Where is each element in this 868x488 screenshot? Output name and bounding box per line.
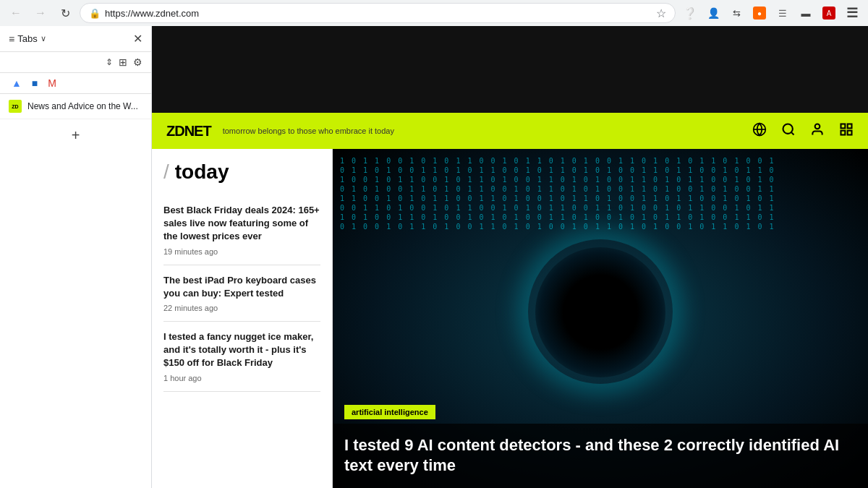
- ad-banner: [152, 26, 868, 113]
- svg-point-2: [783, 124, 793, 133]
- zdnet-nav-icons: [752, 122, 854, 140]
- grid-icon[interactable]: [839, 122, 854, 140]
- extension2-button[interactable]: ☰: [773, 3, 793, 23]
- article-1-title: Best Black Friday deals 2024: 165+ sales…: [163, 204, 320, 244]
- zdnet-featured-image: 1 0 1 1 0 0 1 0 1 0 1 1 0 0 1 0 1 1 0 1 …: [333, 149, 868, 488]
- article-3-time: 1 hour ago: [163, 374, 320, 382]
- zdnet-logo: ZDNET: [166, 123, 211, 140]
- zdnet-navbar: ZDNET tomorrow belongs to those who embr…: [152, 113, 868, 149]
- article-2-title: The best iPad Pro keyboard cases you can…: [163, 274, 320, 300]
- featured-headline-overlay: I tested 9 AI content detectors - and th…: [333, 424, 868, 488]
- extensions-panel-button[interactable]: ▬: [796, 3, 816, 23]
- svg-rect-5: [841, 124, 846, 128]
- bookmark-google-drive[interactable]: ▲: [9, 76, 25, 90]
- article-3-title: I tested a fancy nugget ice maker, and i…: [163, 330, 320, 370]
- bookmark-star-button[interactable]: ☆: [656, 7, 666, 20]
- today-slash: /: [163, 160, 169, 184]
- account-button[interactable]: 👤: [703, 3, 723, 23]
- tabs-panel-header: ≡ Tabs ∨ ✕: [0, 26, 151, 52]
- tabs-title-area: ≡ Tabs ∨: [9, 33, 46, 45]
- article-2[interactable]: The best iPad Pro keyboard cases you can…: [163, 265, 320, 322]
- featured-background: 1 0 1 1 0 0 1 0 1 0 1 1 0 0 1 0 1 1 0 1 …: [333, 149, 868, 488]
- featured-headline-text: I tested 9 AI content detectors - and th…: [344, 435, 856, 476]
- tabs-panel: ≡ Tabs ∨ ✕ ⇕ ⊞ ⚙ ▲ ■ M ZD News and Advic…: [0, 26, 152, 488]
- today-title: today: [175, 160, 229, 184]
- zdnet-content-area: / today Best Black Friday deals 2024: 16…: [152, 149, 868, 488]
- search-icon[interactable]: [781, 122, 796, 140]
- extension1-button[interactable]: ●: [749, 3, 770, 23]
- tab-item-zdnet[interactable]: ZD News and Advice on the W...: [0, 94, 151, 119]
- back-button[interactable]: ←: [6, 3, 26, 23]
- browser-actions: ❔ 👤 ⇆ ● ☰ ▬ A: [680, 3, 862, 23]
- tabs-sort-button[interactable]: ⇕: [106, 57, 113, 67]
- bookmark-item-2[interactable]: ■: [29, 76, 41, 90]
- user-icon[interactable]: [810, 122, 825, 140]
- red-extension-button[interactable]: A: [819, 3, 839, 23]
- address-bar[interactable]: 🔒 https://www.zdnet.com ☆: [80, 3, 676, 23]
- pocket-extension-button[interactable]: ❔: [680, 3, 700, 23]
- svg-rect-8: [848, 130, 852, 134]
- bookmark-gmail[interactable]: M: [45, 76, 59, 90]
- menu-button[interactable]: ☰: [842, 3, 862, 23]
- article-3[interactable]: I tested a fancy nugget ice maker, and i…: [163, 322, 320, 392]
- refresh-button[interactable]: ↻: [55, 3, 75, 23]
- new-tab-button[interactable]: +: [66, 125, 86, 145]
- tabs-settings-button[interactable]: ⚙: [133, 56, 142, 68]
- category-tag[interactable]: artificial intelligence: [344, 405, 435, 419]
- globe-icon[interactable]: [752, 122, 767, 140]
- glow-ring-visual: [528, 239, 673, 384]
- zdnet-tagline: tomorrow belongs to those who embrace it…: [223, 127, 741, 135]
- svg-line-3: [791, 132, 794, 134]
- article-2-time: 22 minutes ago: [163, 304, 320, 312]
- tab-favicon: ZD: [9, 100, 22, 113]
- article-1-time: 19 minutes ago: [163, 247, 320, 256]
- url-text: https://www.zdnet.com: [105, 8, 652, 19]
- today-header: / today: [163, 160, 320, 184]
- tabs-panel-close-button[interactable]: ✕: [133, 32, 142, 46]
- tabs-grid-button[interactable]: ⊞: [119, 56, 127, 68]
- article-1[interactable]: Best Black Friday deals 2024: 165+ sales…: [163, 195, 320, 265]
- main-content: ZDNET tomorrow belongs to those who embr…: [152, 26, 868, 488]
- sync-button[interactable]: ⇆: [726, 3, 746, 23]
- tab-title: News and Advice on the W...: [27, 101, 138, 111]
- svg-rect-7: [841, 130, 846, 134]
- tabs-icon: ≡: [9, 33, 14, 45]
- lock-icon: 🔒: [89, 8, 101, 19]
- top-bar: ← → ↻ 🔒 https://www.zdnet.com ☆ ❔ 👤 ⇆: [0, 0, 868, 26]
- tabs-chevron-icon: ∨: [41, 34, 46, 43]
- browser-chrome: ← → ↻ 🔒 https://www.zdnet.com ☆ ❔ 👤 ⇆: [0, 0, 868, 27]
- forward-button[interactable]: →: [30, 3, 51, 23]
- svg-rect-6: [848, 124, 852, 128]
- svg-point-4: [815, 124, 820, 129]
- bookmarks-bar: ▲ ■ M: [0, 73, 151, 94]
- tabs-toolbar: ⇕ ⊞ ⚙: [0, 52, 151, 73]
- tabs-panel-title: Tabs: [17, 33, 37, 44]
- zdnet-sidebar: / today Best Black Friday deals 2024: 16…: [152, 149, 333, 488]
